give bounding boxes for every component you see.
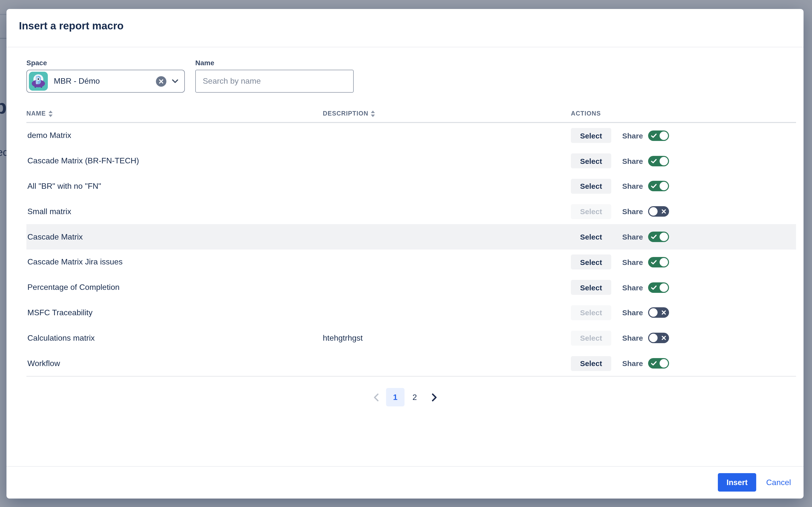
search-by-name-input[interactable] xyxy=(195,70,354,93)
backdrop-page-text-fragment: p xyxy=(0,96,7,118)
toggle-knob xyxy=(659,283,668,292)
report-name: Cascade Matrix xyxy=(26,232,323,241)
table-row: demo MatrixSelectShare xyxy=(26,123,796,149)
column-header-name[interactable]: NAME xyxy=(26,110,323,117)
toggle-knob xyxy=(649,334,657,342)
share-label: Share xyxy=(622,334,643,342)
row-actions: SelectShare xyxy=(571,204,669,219)
page-number-list: 12 xyxy=(386,388,424,406)
dialog-title: Insert a report macro xyxy=(19,20,123,32)
screen: p ec Insert a report macro Space MBR - D… xyxy=(0,0,812,507)
share-label: Share xyxy=(622,359,643,368)
backdrop-page-line xyxy=(0,14,6,15)
share-toggle[interactable] xyxy=(648,358,669,369)
report-name: Cascade Matrix (BR-FN-TECH) xyxy=(26,156,323,165)
sort-icon xyxy=(48,110,53,117)
clear-space-icon[interactable] xyxy=(156,76,166,87)
chevron-right-icon xyxy=(432,393,437,401)
select-button[interactable]: Select xyxy=(571,255,611,270)
share-label: Share xyxy=(622,157,643,165)
row-actions: SelectShare xyxy=(571,153,669,168)
space-field-label: Space xyxy=(26,59,47,67)
report-name: Percentage of Completion xyxy=(26,283,323,292)
space-select[interactable]: MBR - Démo xyxy=(26,70,185,93)
select-button[interactable]: Select xyxy=(571,356,611,371)
table-row: Percentage of CompletionSelectShare xyxy=(26,275,796,300)
report-table-body: demo MatrixSelectShareCascade Matrix (BR… xyxy=(26,123,796,377)
share-label: Share xyxy=(622,233,643,241)
share-toggle[interactable] xyxy=(648,181,669,191)
share-label: Share xyxy=(622,208,643,216)
share-label: Share xyxy=(622,258,643,267)
space-selected-value: MBR - Démo xyxy=(54,77,100,86)
table-row: All "BR" with no "FN"SelectShare xyxy=(26,174,796,199)
row-actions: SelectShare xyxy=(571,305,669,320)
share-toggle[interactable] xyxy=(648,207,669,217)
column-header-actions: ACTIONS xyxy=(571,110,601,117)
header-divider xyxy=(6,47,804,47)
page-button-1[interactable]: 1 xyxy=(386,388,404,406)
table-row: MSFC TraceabilitySelectShare xyxy=(26,300,796,326)
toggle-knob xyxy=(649,308,657,317)
row-actions: SelectShare xyxy=(571,331,669,346)
toggle-knob xyxy=(659,359,668,368)
table-row: WorkflowSelectShare xyxy=(26,351,796,376)
toggle-knob xyxy=(649,208,657,216)
share-label: Share xyxy=(622,283,643,292)
share-toggle[interactable] xyxy=(648,257,669,268)
toggle-knob xyxy=(659,258,668,267)
select-button: Select xyxy=(571,331,611,346)
share-label: Share xyxy=(622,182,643,190)
table-row: Cascade Matrix (BR-FN-TECH)SelectShare xyxy=(26,149,796,174)
share-toggle[interactable] xyxy=(648,307,669,318)
insert-report-macro-dialog: Insert a report macro Space MBR - Démo xyxy=(6,9,804,499)
column-header-description[interactable]: DESCRIPTION xyxy=(323,110,571,117)
chevron-left-icon xyxy=(373,393,378,401)
share-toggle[interactable] xyxy=(648,282,669,293)
table-row: Small matrixSelectShare xyxy=(26,199,796,224)
toggle-knob xyxy=(659,233,668,241)
toggle-knob xyxy=(659,131,668,140)
chevron-down-icon[interactable] xyxy=(172,79,178,83)
cancel-button[interactable]: Cancel xyxy=(763,473,794,492)
share-toggle[interactable] xyxy=(648,232,669,242)
select-button[interactable]: Select xyxy=(571,280,611,295)
pagination: 12 xyxy=(6,388,804,406)
report-name: All "BR" with no "FN" xyxy=(26,182,323,191)
table-row: Calculations matrixhtehgtrhgstSelectShar… xyxy=(26,326,796,351)
report-name: demo Matrix xyxy=(26,131,323,140)
row-actions: SelectShare xyxy=(571,229,669,244)
page-button-2[interactable]: 2 xyxy=(405,388,424,406)
select-button: Select xyxy=(571,305,611,320)
row-actions: SelectShare xyxy=(571,179,669,194)
toggle-knob xyxy=(659,182,668,190)
select-button[interactable]: Select xyxy=(571,229,611,244)
report-name: Calculations matrix xyxy=(26,334,323,343)
share-toggle[interactable] xyxy=(648,333,669,343)
backdrop-page-line xyxy=(0,38,6,39)
toggle-knob xyxy=(659,157,668,165)
share-toggle[interactable] xyxy=(648,130,669,141)
select-button: Select xyxy=(571,204,611,219)
previous-page-button[interactable] xyxy=(367,388,385,406)
space-avatar xyxy=(29,72,48,91)
select-button[interactable]: Select xyxy=(571,153,611,168)
next-page-button[interactable] xyxy=(425,388,443,406)
table-row: Cascade MatrixSelectShare xyxy=(26,224,796,249)
table-row: Cascade Matrix Jira issuesSelectShare xyxy=(26,249,796,275)
row-actions: SelectShare xyxy=(571,356,669,371)
share-label: Share xyxy=(622,131,643,140)
select-button[interactable]: Select xyxy=(571,128,611,143)
name-field-label: Name xyxy=(195,59,214,67)
table-header: NAME DESCRIPTION ACTIONS xyxy=(26,110,796,117)
report-name: Cascade Matrix Jira issues xyxy=(26,258,323,267)
row-actions: SelectShare xyxy=(571,280,669,295)
select-button[interactable]: Select xyxy=(571,179,611,194)
insert-button[interactable]: Insert xyxy=(718,473,756,492)
report-name: Small matrix xyxy=(26,207,323,216)
row-actions: SelectShare xyxy=(571,255,669,270)
share-toggle[interactable] xyxy=(648,156,669,166)
report-description: htehgtrhgst xyxy=(323,334,571,343)
sort-icon xyxy=(371,110,375,117)
report-name: Workflow xyxy=(26,359,323,368)
